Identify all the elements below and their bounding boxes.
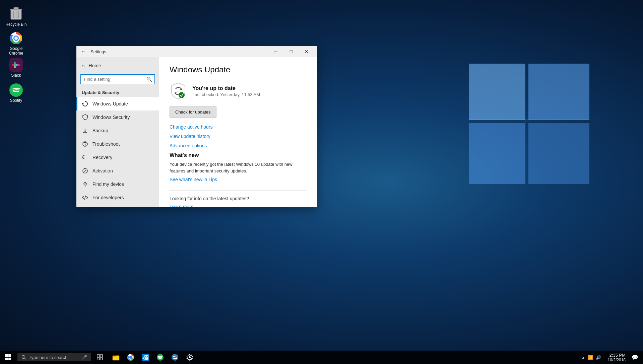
sidebar-item-windows-update-label: Windows Update bbox=[92, 101, 128, 106]
taskbar-search[interactable]: Type here to search 🎤 bbox=[17, 353, 91, 361]
sidebar-item-windows-update[interactable]: Windows Update bbox=[76, 97, 159, 111]
looking-for-text: Looking for info on the latest updates? bbox=[170, 196, 306, 201]
edge-icon bbox=[171, 354, 179, 361]
whats-new-link[interactable]: See what's new in Tips bbox=[170, 177, 306, 182]
taskbar-mic-icon: 🎤 bbox=[81, 355, 87, 360]
chrome-label: Google Chrome bbox=[4, 46, 28, 56]
sidebar-item-windows-security-label: Windows Security bbox=[92, 115, 130, 120]
network-icon[interactable]: 📶 bbox=[588, 355, 593, 360]
volume-icon[interactable]: 🔊 bbox=[596, 355, 601, 360]
sidebar-item-for-developers-label: For developers bbox=[92, 195, 124, 200]
home-label: Home bbox=[88, 63, 101, 68]
taskbar-app-file-explorer[interactable] bbox=[109, 351, 123, 364]
taskbar-search-icon bbox=[21, 355, 26, 360]
start-button[interactable] bbox=[0, 351, 16, 364]
slack-icon[interactable]: Slack bbox=[3, 57, 29, 79]
sidebar-item-troubleshoot[interactable]: Troubleshoot bbox=[76, 137, 159, 151]
taskbar-app-settings[interactable] bbox=[182, 351, 197, 364]
svg-marker-2 bbox=[469, 123, 525, 184]
svg-rect-36 bbox=[97, 358, 100, 360]
spotify-icon[interactable]: Spotify bbox=[3, 82, 29, 104]
learn-more-link[interactable]: Learn more bbox=[170, 204, 306, 207]
settings-taskbar-icon bbox=[186, 354, 193, 361]
maximize-button[interactable]: □ bbox=[283, 46, 299, 57]
window-title: Settings bbox=[90, 49, 106, 54]
slack-svg bbox=[9, 58, 23, 72]
svg-point-48 bbox=[172, 354, 178, 361]
svg-marker-0 bbox=[469, 64, 525, 120]
recovery-icon bbox=[82, 154, 88, 161]
chrome-icon[interactable]: Google Chrome bbox=[3, 30, 29, 57]
whats-new-section: What's new Your device recently got the … bbox=[170, 152, 306, 182]
sidebar-item-home[interactable]: ⌂ Home bbox=[76, 60, 159, 72]
svg-point-46 bbox=[143, 358, 144, 359]
advanced-options-link[interactable]: Advanced options bbox=[170, 143, 306, 148]
taskbar-arrow-icon[interactable]: ▲ bbox=[582, 356, 585, 359]
title-bar: ← Settings ─ □ ✕ bbox=[76, 46, 317, 57]
sidebar-item-backup[interactable]: Backup bbox=[76, 124, 159, 137]
recycle-bin-svg bbox=[8, 5, 24, 21]
search-box: 🔍 bbox=[80, 74, 155, 84]
svg-marker-1 bbox=[528, 64, 589, 120]
taskbar-clock[interactable]: 2:35 PM 10/2/2018 bbox=[605, 353, 628, 362]
check-updates-button[interactable]: Check for updates bbox=[170, 106, 216, 118]
taskbar-app-spotify[interactable] bbox=[153, 351, 168, 364]
task-view-icon bbox=[97, 354, 103, 360]
title-bar-left: ← Settings bbox=[79, 48, 106, 55]
change-active-hours-link[interactable]: Change active hours bbox=[170, 124, 306, 130]
spotify-label: Spotify bbox=[10, 98, 22, 103]
sidebar-item-backup-label: Backup bbox=[92, 128, 108, 133]
taskbar-date: 10/2/2018 bbox=[608, 358, 626, 362]
spotify-svg bbox=[9, 83, 23, 97]
svg-rect-18 bbox=[16, 64, 18, 66]
sidebar-item-recovery[interactable]: Recovery bbox=[76, 151, 159, 164]
sidebar-item-find-device[interactable]: Find my device bbox=[76, 177, 159, 191]
window-body: ⌂ Home 🔍 Update & Security bbox=[76, 57, 317, 207]
sidebar: ⌂ Home 🔍 Update & Security bbox=[76, 57, 159, 207]
desktop: Recycle Bin Google Chrome bbox=[0, 0, 643, 364]
notification-icon[interactable]: 💬 bbox=[630, 354, 640, 361]
update-status-subtext: Last checked: Yesterday, 11:53 AM bbox=[192, 92, 260, 97]
svg-point-32 bbox=[22, 356, 25, 359]
taskbar-app-chrome[interactable] bbox=[123, 351, 138, 364]
svg-point-26 bbox=[85, 184, 86, 185]
taskbar-time: 2:35 PM bbox=[608, 353, 626, 358]
view-update-history-link[interactable]: View update history bbox=[170, 134, 306, 139]
sidebar-item-activation[interactable]: Activation bbox=[76, 164, 159, 177]
minimize-button[interactable]: ─ bbox=[268, 46, 283, 57]
update-icon bbox=[170, 82, 187, 100]
whats-new-title: What's new bbox=[170, 152, 306, 158]
taskbar-app-outlook[interactable] bbox=[138, 351, 153, 364]
svg-line-33 bbox=[25, 358, 26, 360]
svg-rect-16 bbox=[14, 62, 16, 64]
svg-point-49 bbox=[189, 356, 191, 358]
recycle-bin-label: Recycle Bin bbox=[5, 22, 26, 27]
sidebar-item-recovery-label: Recovery bbox=[92, 155, 112, 160]
outlook-icon bbox=[142, 354, 149, 361]
taskbar-system-icons: ▲ 📶 🔊 bbox=[579, 355, 604, 360]
recycle-bin-icon[interactable]: Recycle Bin bbox=[3, 3, 29, 28]
close-button[interactable]: ✕ bbox=[299, 46, 314, 57]
svg-rect-30 bbox=[5, 358, 8, 360]
file-explorer-icon bbox=[112, 354, 120, 361]
taskbar-right: ▲ 📶 🔊 2:35 PM 10/2/2018 💬 bbox=[579, 353, 643, 362]
find-device-icon bbox=[82, 181, 88, 188]
svg-rect-8 bbox=[14, 7, 18, 9]
sidebar-item-for-developers[interactable]: For developers bbox=[76, 191, 159, 204]
taskbar-app-edge[interactable] bbox=[168, 351, 182, 364]
spotify-taskbar-icon bbox=[156, 354, 164, 361]
svg-rect-28 bbox=[5, 354, 8, 357]
main-content: Windows Update bbox=[159, 57, 317, 207]
back-button[interactable]: ← bbox=[79, 48, 88, 55]
search-input[interactable] bbox=[80, 74, 155, 84]
taskbar-search-text: Type here to search bbox=[29, 355, 67, 360]
sidebar-item-windows-security[interactable]: Windows Security bbox=[76, 111, 159, 124]
section-divider bbox=[170, 190, 306, 191]
title-bar-controls: ─ □ ✕ bbox=[268, 46, 314, 57]
taskbar-app-task-view[interactable] bbox=[92, 351, 107, 364]
activation-icon bbox=[82, 167, 88, 174]
chrome-taskbar-icon bbox=[127, 354, 134, 361]
svg-point-23 bbox=[85, 145, 85, 146]
sidebar-item-find-device-label: Find my device bbox=[92, 181, 124, 187]
svg-marker-3 bbox=[528, 123, 589, 184]
